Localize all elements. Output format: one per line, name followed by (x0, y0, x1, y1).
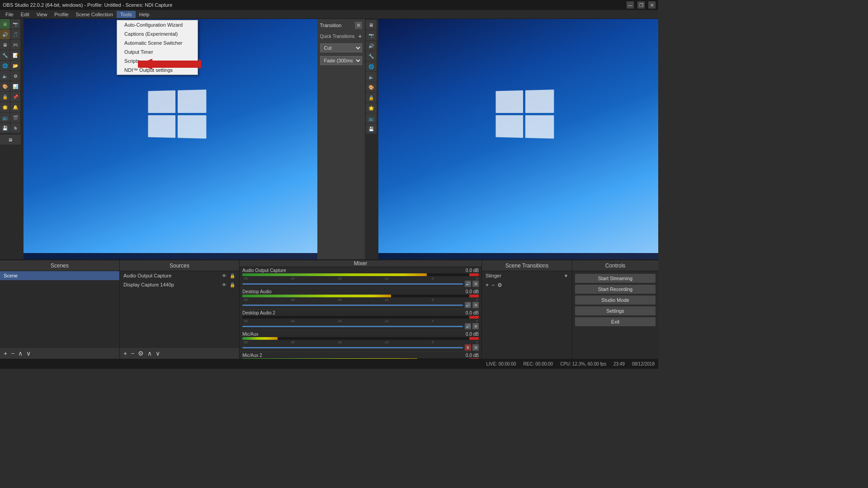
exit-button[interactable]: Exit (575, 317, 656, 326)
icon-21: 💾 (0, 123, 10, 133)
r-icon-6: 🔈 (366, 72, 377, 82)
vol-settings-1[interactable]: ⚙ (472, 302, 479, 308)
vol-slider-0[interactable] (242, 283, 463, 285)
sources-settings-button[interactable]: ⚙ (137, 350, 145, 357)
scenes-up-button[interactable]: ∧ (17, 350, 24, 357)
sources-header: Sources (120, 260, 239, 271)
titlebar-title: OBS Studio 22.0.2 (64-bit, windows) - Pr… (3, 2, 172, 8)
close-button[interactable]: ✕ (648, 1, 656, 9)
settings-button[interactable]: Settings (575, 306, 656, 315)
source-lock-display[interactable]: 🔒 (229, 282, 236, 288)
scene-item-scene[interactable]: Scene (0, 271, 119, 280)
transition-label: Transition (320, 23, 342, 28)
maximize-button[interactable]: ❐ (637, 1, 645, 9)
vol-settings-3[interactable]: ⚙ (472, 344, 479, 351)
menu-edit[interactable]: Edit (17, 11, 33, 18)
icon-22: 🖱 (10, 123, 20, 133)
stinger-row: Stinger ▼ (482, 271, 572, 280)
vol-slider-2[interactable] (242, 326, 463, 327)
scenes-add-button[interactable]: + (3, 350, 8, 357)
st-settings-button[interactable]: ⚙ (497, 282, 502, 288)
menu-file[interactable]: File (2, 11, 17, 18)
status-cpu: CPU: 12.3%, 60.00 fps (560, 361, 606, 366)
menu-auto-scene-switcher[interactable]: Automatic Scene Switcher (117, 38, 198, 47)
icon-23: 🖥 (0, 135, 21, 145)
source-item-audio[interactable]: Audio Output Capture 👁 🔒 (120, 271, 239, 280)
menu-scene-collection[interactable]: Scene Collection (72, 11, 117, 18)
r-icon-4: 🔧 (366, 51, 377, 61)
icon-17: 🌟 (0, 102, 10, 112)
start-streaming-button[interactable]: Start Streaming (575, 274, 656, 283)
source-eye-display[interactable]: 👁 (221, 282, 227, 288)
fade-select[interactable]: Fade (300ms) (320, 56, 362, 65)
menu-auto-config[interactable]: Auto-Configuration Wizard (117, 20, 198, 29)
menu-output-timer[interactable]: Output Timer (117, 47, 198, 56)
mixer-track-0: Audio Output Capture 0.0 dB -60-40-20-10… (240, 267, 481, 288)
scenes-remove-button[interactable]: − (10, 350, 15, 357)
preview-area: 🖥📷 🔊🎵 🖥🎮 🔧📝 🌐📂 🔈⚙ 🎨📊 🔒📌 🌟🔔 📺🎬 💾🖱 🖥 (0, 19, 658, 259)
r-icon-2: 📷 (366, 30, 377, 40)
source-item-display[interactable]: Display Capture 1440p 👁 🔒 (120, 280, 239, 289)
track-name-3: Mic/Aux (242, 332, 259, 337)
track-name-2: Desktop Audio 2 (242, 310, 275, 315)
vol-slider-1[interactable] (242, 305, 463, 306)
menu-ndi-output[interactable]: NDI™ Output settings (117, 66, 198, 75)
vol-mute-2[interactable]: 🔊 (465, 323, 471, 329)
statusbar: LIVE: 00:00:00 REC: 00:00:00 CPU: 12.3%,… (0, 359, 658, 369)
icon-11: 🔈 (0, 71, 10, 81)
vol-settings-0[interactable]: ⚙ (472, 281, 479, 287)
icon-4: 🎵 (10, 29, 20, 39)
sources-down-button[interactable]: ∨ (155, 350, 161, 357)
r-icon-7: 🎨 (366, 82, 377, 92)
vol-settings-2[interactable]: ⚙ (472, 323, 479, 329)
transition-gear-button[interactable]: ⚙ (355, 22, 362, 29)
vol-mute-3[interactable]: 🔇 (465, 344, 471, 351)
vol-bar-1 (242, 295, 479, 297)
vol-mute-1[interactable]: 🔊 (465, 302, 471, 308)
source-eye-audio[interactable]: 👁 (221, 272, 227, 279)
menu-scripts[interactable]: Scripts (117, 56, 198, 66)
menu-tools[interactable]: Tools Auto-Configuration Wizard Captions… (117, 11, 136, 18)
vol-slider-3[interactable] (242, 347, 463, 348)
track-name-1: Desktop Audio (242, 289, 272, 294)
vol-bar-2 (242, 316, 479, 319)
r-icon-11: 💾 (366, 124, 377, 134)
minimize-button[interactable]: — (627, 1, 634, 9)
vol-ticks-1: -60-40-20-10-50 (242, 298, 479, 301)
st-add-button[interactable]: + (486, 282, 489, 288)
quick-transitions-add-button[interactable]: + (358, 33, 362, 40)
menu-help[interactable]: Help (136, 11, 153, 18)
icon-15: 🔒 (0, 92, 10, 102)
icon-3: 🔊 (0, 29, 10, 39)
stinger-dropdown-icon[interactable]: ▼ (564, 273, 568, 278)
menu-captions[interactable]: Captions (Experimental) (117, 29, 198, 38)
tools-dropdown: Auto-Configuration Wizard Captions (Expe… (117, 20, 198, 75)
icon-12: ⚙ (10, 71, 20, 81)
sources-up-button[interactable]: ∧ (146, 350, 153, 357)
sources-remove-button[interactable]: − (130, 350, 135, 357)
track-db-2: 0.0 dB (466, 310, 479, 315)
scene-transitions-panel: Scene Transitions Stinger ▼ + − ⚙ (482, 260, 572, 359)
start-recording-button[interactable]: Start Recording (575, 285, 656, 294)
icon-13: 🎨 (0, 81, 10, 91)
scene-transitions-toolbar: + − ⚙ (482, 280, 572, 290)
cut-select[interactable]: Cut (320, 43, 362, 52)
right-icon-strip: 🖥 📷 🔊 🔧 🌐 🔈 🎨 🔒 🌟 📺 💾 (365, 19, 378, 259)
vol-ticks-3: -60-40-20-10-50 (242, 341, 479, 344)
menu-view[interactable]: View (33, 11, 51, 18)
r-icon-3: 🔊 (366, 41, 377, 51)
icon-19: 📺 (0, 113, 10, 122)
studio-mode-button[interactable]: Studio Mode (575, 296, 656, 305)
icon-16: 📌 (10, 92, 20, 102)
scenes-down-button[interactable]: ∨ (25, 350, 32, 357)
st-remove-button[interactable]: − (491, 282, 495, 288)
menu-profile[interactable]: Profile (51, 11, 72, 18)
vol-slider-row-2: 🔊 ⚙ (242, 323, 479, 329)
sources-add-button[interactable]: + (123, 350, 128, 357)
quick-transitions-label: Quick Transitions (320, 34, 355, 39)
vol-mute-0[interactable]: 🔊 (465, 281, 471, 287)
track-name-0: Audio Output Capture (242, 268, 286, 273)
source-lock-audio[interactable]: 🔒 (229, 272, 236, 279)
source-icons-display: 👁 🔒 (221, 282, 236, 288)
r-icon-1: 🖥 (366, 20, 377, 30)
